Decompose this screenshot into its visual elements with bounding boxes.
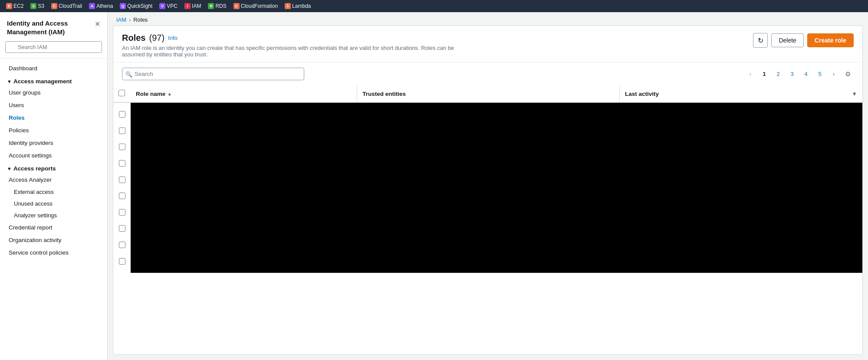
pagination: ‹ 1 2 3 4 5 › ⚙: [744, 68, 854, 80]
cloudtrail-icon: C: [51, 3, 57, 9]
row-checkbox-10[interactable]: [119, 258, 125, 265]
sidebar-item-users[interactable]: Users: [0, 99, 107, 111]
row-checkbox-1[interactable]: [119, 111, 125, 118]
last-activity-dropdown-icon[interactable]: ▼: [852, 91, 857, 97]
topbar-rds[interactable]: R RDS: [205, 2, 229, 10]
select-all-checkbox[interactable]: [118, 90, 125, 96]
info-link[interactable]: Info: [168, 35, 178, 41]
sidebar-item-identity-providers[interactable]: Identity providers: [0, 137, 107, 149]
sidebar-item-dashboard[interactable]: Dashboard: [0, 62, 107, 75]
topbar-quicksight[interactable]: Q QuickSight: [117, 2, 155, 10]
pagination-page-3[interactable]: 3: [786, 68, 798, 80]
sidebar-section-access-management[interactable]: ▼ Access management: [0, 75, 107, 86]
breadcrumb-separator: ›: [129, 17, 131, 23]
table-search-wrap: 🔍: [122, 68, 304, 80]
topbar-athena[interactable]: A Athena: [86, 2, 115, 10]
table-header-row: Role name ▲ Trusted entities Last activi…: [113, 85, 862, 102]
pagination-page-2[interactable]: 2: [772, 68, 784, 80]
row-checkbox-3[interactable]: [119, 144, 125, 150]
th-role-name[interactable]: Role name ▲: [131, 85, 357, 102]
chevron-down-icon: ▼: [7, 79, 12, 84]
breadcrumb-iam-link[interactable]: IAM: [116, 16, 126, 23]
row-checkbox-5[interactable]: [119, 177, 125, 183]
row-checkbox-7[interactable]: [119, 209, 125, 216]
refresh-icon: ↻: [758, 36, 763, 45]
sidebar-search-wrap: 🔍: [0, 39, 107, 58]
lambda-icon: λ: [285, 3, 291, 9]
panel-title: Roles: [122, 33, 145, 43]
topbar: E EC2 S S3 C CloudTrail A Athena Q Quick…: [0, 0, 868, 12]
panel-actions: ↻ Delete Create role: [753, 33, 854, 48]
th-last-activity: Last activity ▼: [620, 85, 862, 102]
row-checkbox-6[interactable]: [119, 193, 125, 199]
topbar-cloudtrail[interactable]: C CloudTrail: [49, 2, 85, 10]
sidebar-section-access-reports[interactable]: ▼ Access reports: [0, 162, 107, 173]
th-select-all[interactable]: [113, 85, 131, 102]
breadcrumb-roles: Roles: [133, 16, 148, 23]
th-trusted-entities: Trusted entities: [357, 85, 620, 102]
redacted-content-block: [113, 103, 862, 273]
sidebar-item-roles[interactable]: Roles: [0, 111, 107, 124]
roles-table-inner: Role name ▲ Trusted entities Last activi…: [113, 85, 862, 103]
topbar-lambda[interactable]: λ Lambda: [282, 2, 313, 10]
content-area: IAM › Roles Roles (97) Info An IAM role …: [108, 12, 868, 360]
sidebar-header: Identity and Access Management (IAM) ✕: [0, 12, 107, 39]
topbar-s3[interactable]: S S3: [28, 2, 47, 10]
sidebar-item-account-settings[interactable]: Account settings: [0, 149, 107, 162]
row-checkbox-2[interactable]: [119, 128, 125, 134]
table-search-input[interactable]: [122, 68, 304, 80]
sidebar-item-policies[interactable]: Policies: [0, 124, 107, 137]
sidebar-item-external-access[interactable]: External access: [0, 186, 107, 198]
row-checkbox-4[interactable]: [119, 160, 125, 167]
row-checkbox-8[interactable]: [119, 225, 125, 232]
sidebar-item-unused-access[interactable]: Unused access: [0, 198, 107, 209]
sidebar-title: Identity and Access Management (IAM): [7, 19, 95, 36]
topbar-ec2[interactable]: E EC2: [3, 2, 26, 10]
sort-icon-role-name: ▲: [167, 91, 172, 96]
panel-header: Roles (97) Info An IAM role is an identi…: [113, 26, 862, 62]
rds-icon: R: [208, 3, 214, 9]
roles-table: Role name ▲ Trusted entities Last activi…: [113, 85, 862, 354]
sidebar-item-service-control-policies[interactable]: Service control policies: [0, 246, 107, 259]
pagination-settings-button[interactable]: ⚙: [842, 68, 854, 80]
sidebar-search-input[interactable]: [5, 41, 102, 53]
sidebar: Identity and Access Management (IAM) ✕ 🔍…: [0, 12, 108, 360]
main-panel: Roles (97) Info An IAM role is an identi…: [113, 26, 863, 355]
sidebar-item-analyzer-settings[interactable]: Analyzer settings: [0, 209, 107, 221]
sidebar-item-credential-report[interactable]: Credential report: [0, 221, 107, 234]
sidebar-close-button[interactable]: ✕: [95, 20, 100, 28]
table-search-icon: 🔍: [125, 71, 132, 77]
quicksight-icon: Q: [120, 3, 126, 9]
pagination-prev-button[interactable]: ‹: [744, 68, 756, 80]
vpc-icon: V: [159, 3, 165, 9]
pagination-page-5[interactable]: 5: [814, 68, 826, 80]
sidebar-item-access-analyzer[interactable]: Access Analyzer: [0, 173, 107, 186]
pagination-page-1[interactable]: 1: [758, 68, 770, 80]
topbar-vpc[interactable]: V VPC: [157, 2, 180, 10]
row-checkbox-9[interactable]: [119, 242, 125, 248]
pagination-page-4[interactable]: 4: [800, 68, 812, 80]
topbar-cloudformation[interactable]: C CloudFormation: [231, 2, 280, 10]
cloudformation-icon: C: [233, 3, 240, 9]
refresh-button[interactable]: ↻: [753, 33, 768, 48]
chevron-down-icon-2: ▼: [7, 166, 12, 171]
sidebar-item-user-groups[interactable]: User groups: [0, 86, 107, 99]
breadcrumb: IAM › Roles: [108, 12, 868, 26]
iam-icon: I: [184, 3, 191, 9]
delete-button[interactable]: Delete: [771, 33, 803, 47]
ec2-icon: E: [6, 3, 12, 9]
topbar-iam[interactable]: I IAM: [182, 2, 204, 10]
panel-description: An IAM role is an identity you can creat…: [122, 45, 469, 58]
pagination-next-button[interactable]: ›: [828, 68, 840, 80]
sidebar-nav: Dashboard ▼ Access management User group…: [0, 59, 107, 360]
panel-count: (97): [149, 33, 164, 43]
sidebar-item-organization-activity[interactable]: Organization activity: [0, 234, 107, 246]
search-bar-row: 🔍 ‹ 1 2 3 4 5 › ⚙: [113, 62, 862, 85]
s3-icon: S: [30, 3, 36, 9]
create-role-button[interactable]: Create role: [807, 33, 854, 47]
athena-icon: A: [89, 3, 95, 9]
